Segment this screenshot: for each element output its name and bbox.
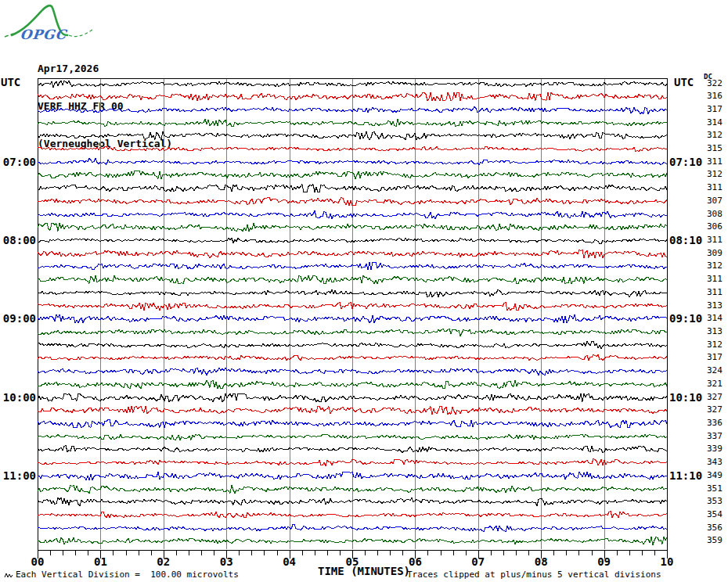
- dc-offset-value: 317: [707, 105, 723, 114]
- x-tick-label: 07: [466, 555, 491, 568]
- seismogram-plot-area: [0, 0, 728, 582]
- dc-offset-value: 312: [707, 131, 723, 140]
- left-hour-label: 08:00: [1, 234, 36, 246]
- dc-offset-value: 311: [707, 288, 723, 297]
- x-tick-label: 00: [25, 555, 50, 568]
- scale-mark-icon: [4, 571, 13, 579]
- x-tick-label: 02: [151, 555, 176, 568]
- footer-left-note: Each Vertical Division = 100.00 microvol…: [16, 570, 239, 580]
- dc-offset-value: 314: [707, 118, 723, 128]
- dc-offset-value: 337: [707, 432, 723, 441]
- x-tick-label: 09: [592, 555, 617, 568]
- right-hour-label: 10:10: [669, 391, 702, 404]
- x-tick-label: 10: [654, 555, 679, 568]
- dc-offset-value: 313: [707, 327, 723, 336]
- dc-offset-value: 306: [707, 222, 723, 232]
- dc-offset-value: 327: [707, 405, 723, 415]
- dc-offset-value: 321: [707, 379, 723, 389]
- x-tick-label: 08: [528, 555, 553, 568]
- dc-offset-value: 354: [707, 510, 723, 519]
- dc-offset-value: 311: [707, 275, 723, 284]
- dc-offset-value: 309: [707, 249, 723, 258]
- right-hour-label: 08:10: [669, 234, 702, 246]
- dc-offset-value: 327: [707, 393, 723, 402]
- dc-offset-value: 339: [707, 444, 723, 454]
- dc-offset-value: 314: [707, 314, 723, 323]
- dc-offset-value: 312: [707, 261, 723, 271]
- dc-offset-value: 308: [707, 210, 723, 219]
- dc-offset-value: 353: [707, 497, 723, 506]
- left-hour-label: 11:00: [1, 469, 36, 482]
- dc-offset-value: 322: [707, 79, 723, 88]
- dc-offset-value: 343: [707, 458, 723, 467]
- left-hour-label: 07:00: [1, 156, 36, 168]
- dc-offset-value: 317: [707, 353, 723, 362]
- right-hour-label: 11:10: [669, 469, 702, 482]
- dc-offset-value: 312: [707, 340, 723, 350]
- dc-offset-value: 311: [707, 183, 723, 192]
- dc-offset-value: 349: [707, 471, 723, 480]
- dc-offset-value: 311: [707, 157, 723, 167]
- dc-offset-value: 359: [707, 536, 723, 545]
- dc-offset-value: 312: [707, 170, 723, 179]
- dc-offset-value: 316: [707, 92, 723, 101]
- dc-offset-value: 336: [707, 419, 723, 428]
- dc-offset-value: 315: [707, 144, 723, 153]
- right-hour-label: 07:10: [669, 156, 702, 168]
- helicorder-page: OPGC Apr17,2026 VERF HHZ FR 00 (Verneugh…: [0, 0, 728, 582]
- dc-offset-value: 313: [707, 301, 723, 311]
- x-tick-label: 03: [214, 555, 239, 568]
- left-hour-label: 10:00: [1, 391, 36, 404]
- footer-right-note: Traces clipped at plus/minus 5 vertical …: [407, 570, 661, 580]
- dc-offset-value: 324: [707, 366, 723, 375]
- right-hour-label: 09:10: [669, 312, 702, 325]
- left-hour-label: 09:00: [1, 312, 36, 325]
- dc-offset-value: 307: [707, 196, 723, 206]
- dc-offset-value: 311: [707, 235, 723, 245]
- dc-offset-value: 351: [707, 484, 723, 494]
- dc-offset-value: 356: [707, 523, 723, 533]
- x-tick-label: 01: [88, 555, 113, 568]
